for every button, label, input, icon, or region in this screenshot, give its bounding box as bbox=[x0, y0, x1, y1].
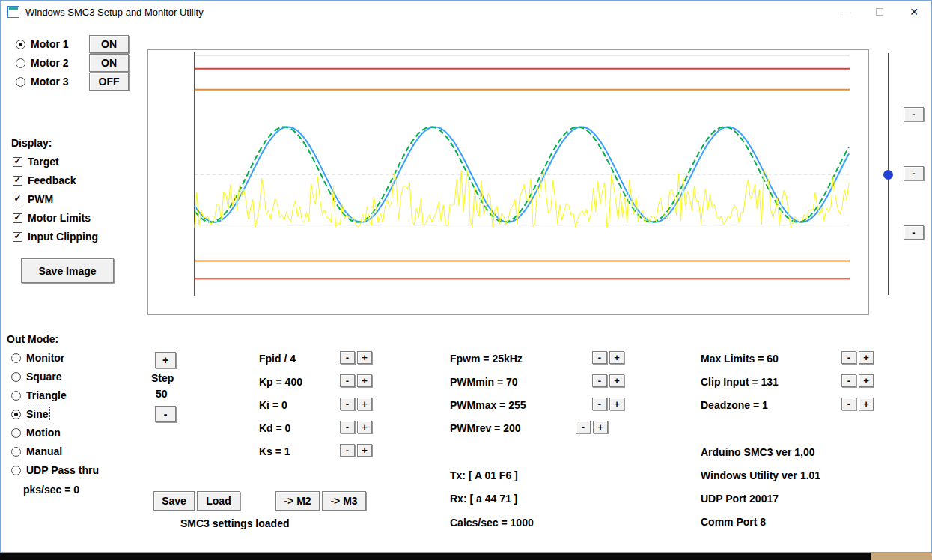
pwmmin-label: PWMmin = 70 bbox=[450, 376, 518, 388]
maximize-button[interactable] bbox=[862, 1, 897, 23]
motor3-radio[interactable] bbox=[16, 77, 25, 87]
monitor-radio[interactable] bbox=[11, 353, 21, 363]
display-option-feedback[interactable]: ✓ Feedback bbox=[13, 174, 76, 186]
title-bar: Windows SMC3 Setup and Monitor Utility —… bbox=[1, 1, 931, 23]
position-slider-thumb[interactable] bbox=[883, 170, 893, 180]
motor2-option[interactable]: Motor 2 bbox=[16, 57, 69, 69]
motor-limits-checkbox[interactable]: ✓ bbox=[13, 213, 22, 223]
ks-plus-button[interactable]: + bbox=[357, 444, 372, 457]
motor1-power-button[interactable]: ON bbox=[89, 35, 129, 53]
motor3-option[interactable]: Motor 3 bbox=[16, 76, 69, 88]
copy-to-m2-button[interactable]: -> M2 bbox=[275, 491, 320, 511]
kp-minus-button[interactable]: - bbox=[340, 374, 355, 387]
out-mode-manual[interactable]: Manual bbox=[11, 445, 62, 457]
display-option-input-clipping[interactable]: ✓ Input Clipping bbox=[13, 231, 98, 243]
pwmrev-plus-button[interactable]: + bbox=[593, 421, 608, 433]
manual-label: Manual bbox=[26, 445, 62, 457]
pwm-checkbox[interactable]: ✓ bbox=[13, 195, 22, 204]
scale-minus-button-3[interactable]: - bbox=[904, 225, 924, 240]
signal-plot bbox=[147, 49, 869, 315]
input-clipping-checkbox[interactable]: ✓ bbox=[13, 232, 22, 242]
display-option-pwm[interactable]: ✓ PWM bbox=[13, 193, 53, 205]
arduino-version-text: Arduino SMC3 ver 1,00 bbox=[701, 446, 815, 458]
triangle-label: Triangle bbox=[26, 389, 67, 401]
display-option-target[interactable]: ✓ Target bbox=[13, 156, 59, 168]
pwmrev-minus-button[interactable]: - bbox=[576, 421, 591, 433]
scale-minus-button-2[interactable]: - bbox=[904, 166, 924, 180]
out-mode-motion[interactable]: Motion bbox=[11, 427, 61, 439]
triangle-radio[interactable] bbox=[11, 391, 21, 401]
deadzone-plus-button[interactable]: + bbox=[859, 398, 874, 410]
app-icon bbox=[7, 6, 19, 18]
rx-value: Rx: [ a 44 71 ] bbox=[450, 493, 517, 505]
motor1-option[interactable]: Motor 1 bbox=[16, 38, 69, 50]
motion-radio[interactable] bbox=[11, 428, 21, 438]
motor3-power-button[interactable]: OFF bbox=[89, 73, 129, 91]
pwmmax-plus-button[interactable]: + bbox=[609, 398, 624, 410]
pwmmin-minus-button[interactable]: - bbox=[592, 374, 607, 387]
ki-label: Ki = 0 bbox=[259, 399, 287, 411]
pwmmax-minus-button[interactable]: - bbox=[592, 398, 607, 410]
clip-input-minus-button[interactable]: - bbox=[841, 374, 856, 387]
deadzone-minus-button[interactable]: - bbox=[841, 398, 856, 410]
scale-minus-button-1[interactable]: - bbox=[904, 107, 924, 121]
close-button[interactable]: ✕ bbox=[897, 1, 931, 23]
out-mode-triangle[interactable]: Triangle bbox=[11, 389, 67, 401]
tx-value: Tx: [ A 01 F6 ] bbox=[450, 469, 518, 481]
motor2-radio[interactable] bbox=[16, 58, 25, 68]
target-checkbox[interactable]: ✓ bbox=[13, 157, 22, 167]
ks-minus-button[interactable]: - bbox=[340, 444, 355, 457]
desktop-corner bbox=[871, 553, 932, 560]
fpwm-minus-button[interactable]: - bbox=[592, 351, 607, 364]
motor3-label: Motor 3 bbox=[31, 76, 69, 88]
pwmrev-label: PWMrev = 200 bbox=[450, 422, 521, 434]
motor2-power-button[interactable]: ON bbox=[89, 54, 129, 72]
desktop-strip bbox=[0, 553, 932, 560]
save-settings-button[interactable]: Save bbox=[153, 491, 195, 511]
udp-pass-thru-radio[interactable] bbox=[11, 466, 21, 475]
calcs-per-sec-value: Calcs/sec = 1000 bbox=[450, 517, 534, 529]
pwmmin-plus-button[interactable]: + bbox=[609, 374, 624, 387]
kd-minus-button[interactable]: - bbox=[340, 421, 355, 433]
pwm-label: PWM bbox=[28, 193, 53, 205]
window-title: Windows SMC3 Setup and Monitor Utility bbox=[25, 7, 204, 18]
square-radio[interactable] bbox=[11, 372, 21, 382]
ki-minus-button[interactable]: - bbox=[340, 398, 355, 410]
save-image-button[interactable]: Save Image bbox=[21, 258, 114, 283]
fpid-plus-button[interactable]: + bbox=[357, 351, 372, 364]
ki-plus-button[interactable]: + bbox=[357, 398, 372, 410]
pks-per-sec-value: pks/sec = 0 bbox=[23, 484, 79, 496]
signal-plot-svg bbox=[148, 50, 868, 314]
out-mode-monitor[interactable]: Monitor bbox=[11, 352, 64, 364]
kp-label: Kp = 400 bbox=[259, 376, 302, 388]
kd-plus-button[interactable]: + bbox=[357, 421, 372, 433]
target-label: Target bbox=[28, 156, 59, 168]
fpid-minus-button[interactable]: - bbox=[340, 351, 355, 364]
out-mode-udp-pass-thru[interactable]: UDP Pass thru bbox=[11, 464, 99, 476]
feedback-checkbox[interactable]: ✓ bbox=[13, 176, 22, 186]
load-settings-button[interactable]: Load bbox=[197, 491, 240, 511]
pwmmax-label: PWMmax = 255 bbox=[450, 399, 526, 411]
window-controls: — ✕ bbox=[828, 1, 931, 23]
max-limits-minus-button[interactable]: - bbox=[841, 351, 856, 364]
display-option-motor-limits[interactable]: ✓ Motor Limits bbox=[13, 212, 91, 224]
step-minus-button[interactable]: - bbox=[155, 406, 176, 422]
maximize-icon bbox=[876, 8, 883, 16]
manual-radio[interactable] bbox=[11, 447, 21, 457]
sine-radio[interactable] bbox=[11, 410, 21, 419]
minimize-button[interactable]: — bbox=[828, 1, 862, 23]
comm-port-text: Comm Port 8 bbox=[701, 516, 766, 528]
copy-to-m3-button[interactable]: -> M3 bbox=[322, 491, 366, 511]
max-limits-plus-button[interactable]: + bbox=[859, 351, 874, 364]
motor1-radio[interactable] bbox=[16, 40, 25, 49]
input-clipping-label: Input Clipping bbox=[28, 231, 98, 243]
kp-plus-button[interactable]: + bbox=[357, 374, 372, 387]
out-mode-square[interactable]: Square bbox=[11, 371, 61, 383]
step-plus-button[interactable]: + bbox=[155, 352, 176, 368]
fpwm-plus-button[interactable]: + bbox=[609, 351, 624, 364]
app-window: Windows SMC3 Setup and Monitor Utility —… bbox=[0, 0, 932, 553]
out-mode-sine[interactable]: Sine bbox=[11, 408, 49, 420]
clip-input-plus-button[interactable]: + bbox=[859, 374, 874, 387]
monitor-label: Monitor bbox=[26, 352, 64, 364]
fpid-label: Fpid / 4 bbox=[259, 353, 296, 365]
